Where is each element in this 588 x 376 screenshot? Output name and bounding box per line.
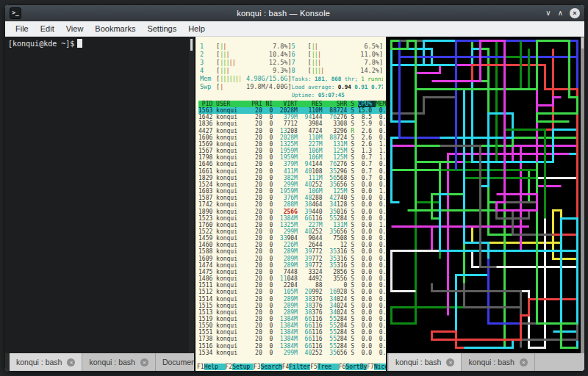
menu-item-edit[interactable]: Edit (35, 23, 60, 35)
process-row[interactable]: 1511 konqui 20 0 2204 88 0 S 0.0 0.0 0 (198, 282, 386, 289)
tab-konqui-bash[interactable]: konqui : bash× (10, 353, 82, 371)
tab-label: konqui : bash (468, 358, 514, 366)
fkey-f4[interactable]: F4Filter (282, 363, 311, 371)
tab-konqui-bash[interactable]: konqui : bash× (82, 353, 155, 371)
process-row[interactable]: 1534 konqui 20 0 299M 40252 35656 S 0.0 … (198, 350, 386, 356)
tab-close-icon[interactable]: × (140, 358, 148, 366)
process-row[interactable]: 1550 konqui 20 0 1384M 66116 55284 S 0.0… (198, 322, 386, 329)
memory-meter: Mem[|||||||4.98G/15.6G] (200, 75, 292, 83)
fkey-f3[interactable]: F3Search (254, 363, 282, 371)
process-row[interactable]: 1760 konqui 20 0 1325M 227M 131M S 0.0 1… (198, 222, 386, 228)
process-row[interactable]: 1567 konqui 20 0 1959M 106M 125M S 1.3 1… (198, 148, 386, 154)
tab-label: konqui : bash (89, 358, 135, 366)
process-row[interactable]: 1512 konqui 20 0 105M 20992 16928 S 0.0 … (198, 289, 386, 295)
cpu-meter-7: 7[|||7.8%] (292, 59, 384, 67)
minimize-icon[interactable]: ∨ (545, 8, 551, 18)
process-row[interactable]: 1742 konqui 20 0 288M 38464 34128 S 0.0 … (198, 201, 386, 208)
column-header-pid[interactable]: PID (198, 101, 216, 107)
pipes-terminal[interactable] (387, 37, 584, 353)
window-titlebar[interactable]: >_ konqui : bash — Konsole ∨ ∧ × (5, 5, 584, 21)
fkey-f7[interactable]: F7Nice - (367, 363, 386, 371)
column-header-shr[interactable]: SHR (326, 101, 351, 107)
column-header-ni[interactable]: NI (266, 101, 276, 107)
htop-meter-column-right: 5[||6.5%]6[|||11.0%]7[|||7.8%]8[||||14.2… (292, 43, 384, 99)
process-row[interactable]: 1475 konqui 20 0 7448 3324 2856 S 0.0 0.… (198, 269, 386, 275)
tab-close-icon[interactable]: × (520, 358, 528, 366)
process-row[interactable]: 1513 konqui 20 0 289M 38376 34024 S 0.0 … (198, 309, 386, 316)
process-row[interactable]: 1514 konqui 20 0 289M 38376 34024 S 0.0 … (198, 296, 386, 303)
process-row[interactable]: 1524 konqui 20 0 299M 40252 35656 S 0.0 … (198, 181, 386, 188)
column-header-s[interactable]: S (351, 101, 358, 107)
table-header-row[interactable]: PID USER PRI NI VIRT RES SHR S CPU% MEM% (198, 101, 386, 107)
process-row[interactable]: 1603 konqui 20 0 1959M 106M 125M S 0.0 1… (198, 188, 386, 195)
left-pane: [konqui@kde ~]$ konqui : bash×konqui : b… (5, 37, 194, 371)
fkey-f2[interactable]: F2Setup (226, 363, 254, 371)
tasks-line: Tasks: 181, 868 thr; 1 runni (292, 75, 384, 83)
right-pane: konqui : bash×konqui : bash× (387, 37, 584, 371)
left-scrollbar[interactable] (189, 37, 194, 353)
tab-close-icon[interactable]: × (67, 358, 75, 366)
process-row[interactable]: 1515 konqui 20 0 289M 38376 34024 S 0.0 … (198, 303, 386, 309)
swap-meter: Swp[|19.8M/4.00G] (200, 83, 292, 91)
process-row[interactable]: 1519 konqui 20 0 1384M 66116 55284 S 0.0… (198, 316, 386, 322)
column-header-pri[interactable]: PRI (251, 101, 265, 107)
menu-item-settings[interactable]: Settings (141, 23, 182, 35)
process-row[interactable]: 1609 konqui 20 0 289M 39772 35316 S 0.0 … (198, 256, 386, 262)
htop-process-table: PID USER PRI NI VIRT RES SHR S CPU% MEM%… (196, 101, 386, 363)
left-scrollbar-thumb[interactable] (190, 39, 193, 51)
process-row[interactable]: 1829 konqui 20 0 382M 111M 56568 S 0.7 0… (198, 175, 386, 181)
menu-item-bookmarks[interactable]: Bookmarks (89, 23, 141, 35)
tab-documents-bash[interactable]: Documents : bash× (156, 353, 194, 371)
fkey-f5[interactable]: F5Tree (310, 363, 339, 371)
process-row[interactable]: 1798 konqui 20 0 1959M 106M 125M S 0.7 1… (198, 154, 386, 161)
process-row[interactable]: 1474 konqui 20 0 289M 39772 35316 S 0.0 … (198, 262, 386, 269)
menu-item-help[interactable]: Help (182, 23, 211, 35)
konsole-window: >_ konqui : bash — Konsole ∨ ∧ × FileEdi… (4, 4, 585, 372)
process-row[interactable]: 1738 konqui 20 0 1384M 66116 55284 S 0.0… (198, 336, 386, 342)
process-row[interactable]: 1646 konqui 20 0 379M 94144 76276 S 0.7 … (198, 161, 386, 167)
process-row[interactable]: 1516 konqui 20 0 1384M 66116 55284 S 0.0… (198, 343, 386, 350)
column-header-res[interactable]: RES (301, 101, 326, 107)
left-terminal[interactable]: [konqui@kde ~]$ (5, 37, 194, 353)
cpu-meter-2: 2[|||10.4%] (200, 51, 292, 59)
fkey-f1[interactable]: F1Help (197, 363, 226, 371)
window-title: konqui : bash — Konsole (21, 9, 545, 18)
process-row[interactable]: 1486 konqui 20 0 11048 4492 3556 S 0.0 0… (198, 275, 386, 282)
process-row[interactable]: 1460 konqui 20 0 226M 2644 12 S 0.0 0.0 … (198, 242, 386, 248)
column-header-mem%[interactable]: MEM% (376, 101, 386, 107)
shell-prompt: [konqui@kde ~]$ (8, 40, 74, 48)
process-row[interactable]: 1569 konqui 20 0 1325M 227M 131M S 2.6 1… (198, 141, 386, 148)
process-row[interactable]: 4427 konqui 20 0 13208 4724 3296 R 2.6 0… (198, 128, 386, 134)
process-row[interactable]: 1523 konqui 20 0 1384M 66116 55284 S 0.0… (198, 215, 386, 222)
tab-konqui-bash[interactable]: konqui : bash× (389, 353, 462, 371)
process-row[interactable]: 1522 konqui 20 0 299M 40252 35656 S 0.0 … (198, 228, 386, 235)
close-icon[interactable]: × (570, 8, 580, 18)
fkey-f6[interactable]: F6SortBy (339, 363, 368, 371)
right-scrollbar-thumb[interactable] (581, 38, 584, 48)
htop-pane[interactable]: 1[||7.8%]2[|||10.4%]3[|||||12.5%]4[|||9.… (196, 37, 386, 371)
menu-item-file[interactable]: File (10, 23, 35, 35)
maximize-icon[interactable]: ∧ (558, 8, 563, 18)
column-header-user[interactable]: USER (216, 101, 251, 107)
cpu-meter-5: 5[||6.5%] (292, 43, 384, 51)
column-header-cpu%[interactable]: CPU% (358, 101, 376, 107)
process-row[interactable]: 1563 konqui 20 0 2028M 110M 88724 S 15.0… (198, 107, 386, 114)
process-row[interactable]: 1890 konqui 20 0 256G 39440 35016 S 0.0 … (198, 209, 386, 215)
process-row[interactable]: 1661 konqui 20 0 411M 40108 35296 S 0.7 … (198, 168, 386, 175)
uptime-line: Uptime: 05:07:45 (292, 91, 384, 99)
right-scrollbar[interactable] (581, 37, 584, 353)
konsole-app-icon: >_ (10, 7, 21, 19)
cpu-meter-3: 3[|||||12.5%] (200, 59, 292, 67)
process-row[interactable]: 1551 konqui 20 0 1384M 66116 55284 S 0.0… (198, 329, 386, 336)
process-row[interactable]: 1459 konqui 20 0 33904 9044 7508 S 0.0 0… (198, 235, 386, 242)
column-header-virt[interactable]: VIRT (276, 101, 301, 107)
menu-item-view[interactable]: View (60, 23, 90, 35)
tab-close-icon[interactable]: × (446, 358, 454, 366)
process-row[interactable]: 1606 konqui 20 0 2028M 110M 88724 S 2.6 … (198, 134, 386, 141)
process-row[interactable]: 1588 konqui 20 0 289M 39772 35316 S 0.0 … (198, 248, 386, 255)
window-controls: ∨ ∧ × (545, 8, 580, 18)
process-row[interactable]: 1642 konqui 20 0 379M 94144 76276 S 8.5 … (198, 114, 386, 120)
tab-konqui-bash[interactable]: konqui : bash× (462, 353, 534, 371)
process-row[interactable]: 1587 konqui 20 0 376M 48288 42740 S 0.0 … (198, 195, 386, 201)
process-row[interactable]: 1836 konqui 20 0 7712 3984 3308 S 5.9 0.… (198, 120, 386, 127)
